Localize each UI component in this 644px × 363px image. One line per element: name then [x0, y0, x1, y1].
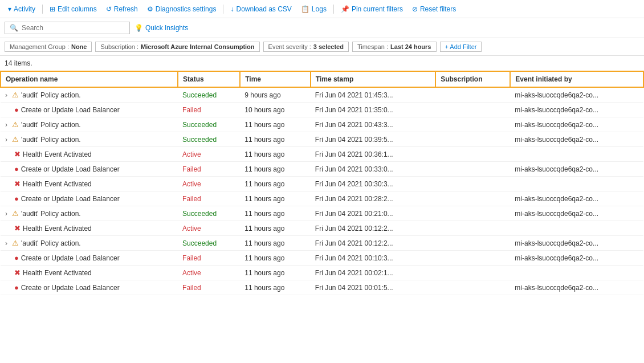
pin-filters-button[interactable]: 📌 Pin current filters: [337, 4, 406, 14]
expand-button[interactable]: ›: [5, 121, 7, 129]
expand-button[interactable]: ›: [5, 91, 7, 99]
operation-name-text: 'audit' Policy action.: [21, 121, 81, 129]
subscription-cell: [435, 87, 510, 103]
reset-icon: ⊘: [412, 5, 418, 13]
subscription-filter[interactable]: Subscription : Microsoft Azure Internal …: [95, 42, 259, 52]
status-cell: Succeeded: [178, 206, 240, 221]
initiated-by-cell: mi-aks-lsuoccqde6qa2-co...: [510, 132, 643, 147]
main-toolbar: ▾ Activity ⊞ Edit columns ↺ Refresh ⚙ Di…: [0, 0, 644, 18]
search-box[interactable]: 🔍: [5, 22, 130, 34]
health-icon: ✖: [14, 180, 21, 188]
initiated-by-cell: mi-aks-lsuoccqde6qa2-co...: [510, 280, 643, 295]
table-row[interactable]: ›⚠'audit' Policy action.Succeeded11 hour…: [1, 206, 643, 221]
time-cell: 11 hours ago: [240, 221, 311, 236]
col-subscription: Subscription: [435, 71, 510, 87]
edit-columns-button[interactable]: ⊞ Edit columns: [46, 4, 100, 14]
add-filter-button[interactable]: + Add Filter: [440, 42, 482, 52]
time-cell: 11 hours ago: [240, 177, 311, 191]
operation-name-cell: ›⚠'audit' Policy action.: [1, 117, 178, 132]
table-row[interactable]: ●Create or Update Load BalancerFailed11 …: [1, 251, 643, 266]
table-row[interactable]: ›⚠'audit' Policy action.Succeeded11 hour…: [1, 117, 643, 132]
table-row[interactable]: ●Create or Update Load BalancerFailed10 …: [1, 103, 643, 117]
logs-icon: 📋: [301, 5, 309, 13]
initiated-by-cell: mi-aks-lsuoccqde6qa2-co...: [510, 87, 643, 103]
subscription-cell: [435, 103, 510, 117]
filter-bar: Management Group : None Subscription : M…: [0, 38, 644, 56]
operation-name-cell: ✖Health Event Activated: [1, 147, 178, 162]
refresh-label: Refresh: [114, 5, 138, 13]
error-icon: ●: [14, 105, 19, 114]
expand-button[interactable]: ›: [5, 136, 7, 144]
pin-icon: 📌: [341, 5, 349, 13]
operation-name-cell: ✖Health Event Activated: [1, 266, 178, 280]
initiated-by-cell: mi-aks-lsuoccqde6qa2-co...: [510, 103, 643, 117]
diagnostics-button[interactable]: ⚙ Diagnostics settings: [144, 4, 220, 14]
severity-value: 3 selected: [313, 43, 344, 50]
expand-button[interactable]: ›: [5, 210, 7, 218]
logs-label: Logs: [312, 5, 327, 13]
operation-name-cell: ●Create or Update Load Balancer: [1, 162, 178, 177]
timestamp-cell: Fri Jun 04 2021 00:12:2...: [311, 221, 435, 236]
time-cell: 11 hours ago: [240, 206, 311, 221]
divider-3: [333, 5, 334, 14]
warning-icon: ⚠: [12, 239, 19, 247]
timestamp-cell: Fri Jun 04 2021 00:02:1...: [311, 266, 435, 280]
data-table-wrapper: Operation name Status Time Time stamp Su…: [0, 71, 644, 295]
timestamp-cell: Fri Jun 04 2021 00:30:3...: [311, 177, 435, 191]
table-row[interactable]: ›⚠'audit' Policy action.Succeeded11 hour…: [1, 236, 643, 251]
initiated-by-cell: [510, 266, 643, 280]
initiated-by-cell: [510, 177, 643, 191]
table-row[interactable]: ✖Health Event ActivatedActive11 hours ag…: [1, 177, 643, 191]
col-time: Time: [240, 71, 311, 87]
activity-button[interactable]: ▾ Activity: [5, 4, 39, 14]
initiated-by-cell: [510, 221, 643, 236]
timespan-label: Timespan :: [357, 43, 388, 50]
operation-name-text: Health Event Activated: [23, 225, 92, 233]
table-row[interactable]: ›⚠'audit' Policy action.Succeeded11 hour…: [1, 132, 643, 147]
time-cell: 11 hours ago: [240, 132, 311, 147]
add-filter-label: + Add Filter: [445, 43, 477, 50]
activity-label: Activity: [14, 5, 35, 13]
table-row[interactable]: ●Create or Update Load BalancerFailed11 …: [1, 280, 643, 295]
severity-filter[interactable]: Event severity : 3 selected: [263, 42, 349, 52]
diagnostics-icon: ⚙: [147, 5, 153, 13]
initiated-by-cell: mi-aks-lsuoccqde6qa2-co...: [510, 191, 643, 206]
time-cell: 9 hours ago: [240, 87, 311, 103]
timespan-filter[interactable]: Timespan : Last 24 hours: [352, 42, 437, 52]
status-cell: Succeeded: [178, 117, 240, 132]
operation-name-text: Health Event Activated: [23, 269, 92, 277]
table-row[interactable]: ●Create or Update Load BalancerFailed11 …: [1, 191, 643, 206]
status-cell: Active: [178, 177, 240, 191]
table-row[interactable]: ●Create or Update Load BalancerFailed11 …: [1, 162, 643, 177]
logs-button[interactable]: 📋 Logs: [297, 4, 330, 14]
operation-name-text: 'audit' Policy action.: [21, 91, 81, 99]
subscription-cell: [435, 191, 510, 206]
management-group-filter[interactable]: Management Group : None: [5, 42, 92, 52]
initiated-by-cell: mi-aks-lsuoccqde6qa2-co...: [510, 251, 643, 266]
time-cell: 11 hours ago: [240, 280, 311, 295]
table-row[interactable]: ✖Health Event ActivatedActive11 hours ag…: [1, 147, 643, 162]
reset-filters-button[interactable]: ⊘ Reset filters: [409, 4, 459, 14]
operation-name-text: Health Event Activated: [23, 180, 92, 188]
quick-insights-button[interactable]: 💡 Quick Insights: [134, 24, 188, 32]
time-cell: 11 hours ago: [240, 251, 311, 266]
refresh-button[interactable]: ↺ Refresh: [103, 4, 141, 14]
table-row[interactable]: ✖Health Event ActivatedActive11 hours ag…: [1, 266, 643, 280]
operation-name-text: Create or Update Load Balancer: [21, 195, 120, 203]
search-input[interactable]: [22, 24, 124, 32]
expand-button[interactable]: ›: [5, 239, 7, 247]
table-row[interactable]: ✖Health Event ActivatedActive11 hours ag…: [1, 221, 643, 236]
operation-name-text: Create or Update Load Balancer: [21, 284, 120, 292]
status-cell: Succeeded: [178, 236, 240, 251]
diagnostics-label: Diagnostics settings: [156, 5, 217, 13]
download-button[interactable]: ↓ Download as CSV: [227, 4, 295, 14]
timestamp-cell: Fri Jun 04 2021 00:36:1...: [311, 147, 435, 162]
timestamp-cell: Fri Jun 04 2021 00:43:3...: [311, 117, 435, 132]
status-cell: Succeeded: [178, 87, 240, 103]
table-row[interactable]: ›⚠'audit' Policy action.Succeeded9 hours…: [1, 87, 643, 103]
operation-name-cell: ✖Health Event Activated: [1, 221, 178, 236]
subscription-cell: [435, 162, 510, 177]
time-cell: 11 hours ago: [240, 266, 311, 280]
initiated-by-cell: [510, 147, 643, 162]
time-cell: 11 hours ago: [240, 117, 311, 132]
